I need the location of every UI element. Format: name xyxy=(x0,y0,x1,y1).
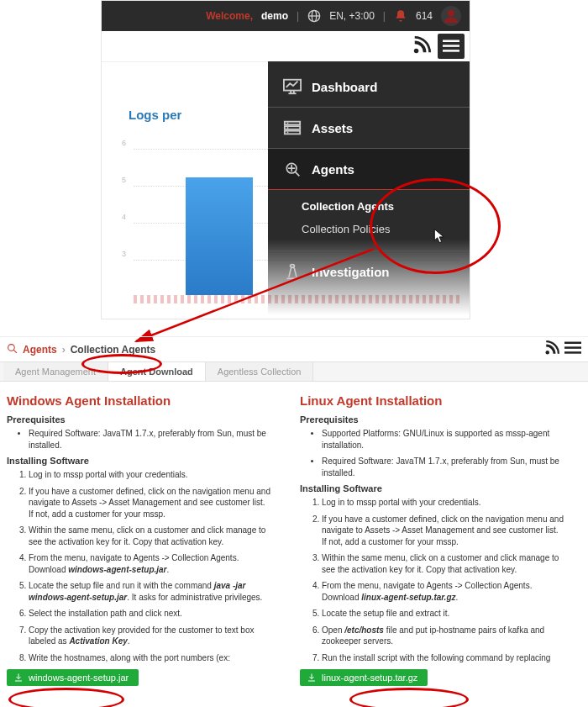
list-item: If you have a customer defined, click on… xyxy=(322,514,564,548)
list-item: From the menu, navigate to Agents -> Col… xyxy=(29,552,271,575)
tab-agentless-collection[interactable]: Agentless Collection xyxy=(206,362,314,381)
windows-steps: Log in to mssp portal with your credenti… xyxy=(7,469,271,664)
windows-scroll[interactable]: Windows Agent Installation Prerequisites… xyxy=(7,390,288,664)
linux-prereq-heading: Prerequisites xyxy=(300,414,564,425)
linux-column: Linux Agent Installation Prerequisites S… xyxy=(300,390,581,686)
windows-title: Windows Agent Installation xyxy=(7,393,271,408)
svg-point-27 xyxy=(546,351,550,355)
svg-point-4 xyxy=(414,48,419,52)
annotation-oval-linux-dl xyxy=(349,688,469,707)
globe-icon[interactable] xyxy=(307,9,321,23)
list-item: Select the installation path and click n… xyxy=(29,608,271,620)
list-item: Within the same menu, click on a custome… xyxy=(322,552,564,575)
windows-prereq-heading: Prerequisites xyxy=(7,414,271,425)
username: demo xyxy=(261,10,288,22)
svg-point-25 xyxy=(8,344,15,351)
svg-rect-29 xyxy=(564,346,581,349)
svg-line-21 xyxy=(295,171,299,176)
linux-scroll[interactable]: Linux Agent Installation Prerequisites S… xyxy=(300,390,581,664)
menu-assets[interactable]: Assets xyxy=(268,108,470,149)
list-item: Required Software: JavaTM 1.7.x, prefera… xyxy=(29,428,271,451)
search-icon[interactable] xyxy=(7,343,18,356)
app-header: Welcome, demo | EN, +3:00 | 614 xyxy=(102,1,470,31)
svg-rect-30 xyxy=(564,351,581,354)
windows-prereq-list: Required Software: JavaTM 1.7.x, prefera… xyxy=(7,428,271,451)
rss-icon[interactable] xyxy=(412,36,431,57)
list-item: Within the same menu, click on a custome… xyxy=(29,525,271,547)
annotation-oval-tab xyxy=(81,354,162,374)
sub-bar xyxy=(102,31,470,62)
list-item: If you have a customer defined, click on… xyxy=(29,486,271,520)
chart-title: Logs per xyxy=(129,108,181,122)
bell-icon[interactable] xyxy=(394,9,407,23)
svg-point-17 xyxy=(287,132,289,134)
list-item: Run the install script with the followin… xyxy=(322,652,564,665)
breadcrumb-root[interactable]: Agents xyxy=(23,344,57,356)
rss-icon[interactable] xyxy=(544,340,559,358)
hamburger-icon[interactable] xyxy=(438,34,465,59)
windows-download-label: windows-agent-setup.jar xyxy=(29,673,129,683)
list-item: Locate the setup file and extract it. xyxy=(322,608,564,620)
svg-point-16 xyxy=(287,127,289,129)
avatar-icon[interactable] xyxy=(441,6,461,26)
annotation-oval-windows-dl xyxy=(8,688,124,707)
svg-rect-7 xyxy=(443,50,459,52)
menu-assets-label: Assets xyxy=(312,121,353,135)
list-item: Supported Platforms: GNU/Linux is suppor… xyxy=(322,428,564,451)
bottom-panel: Agents › Collection Agents Agent Managem… xyxy=(0,336,588,707)
linux-prereq-list: Supported Platforms: GNU/Linux is suppor… xyxy=(300,428,564,478)
svg-rect-28 xyxy=(564,342,581,345)
list-item: Required Software: JavaTM 1.7.x, prefera… xyxy=(322,456,564,478)
windows-install-heading: Installing Software xyxy=(7,456,271,466)
windows-download-button[interactable]: windows-agent-setup.jar xyxy=(7,669,139,686)
windows-column: Windows Agent Installation Prerequisites… xyxy=(7,390,288,686)
svg-line-26 xyxy=(13,350,17,353)
locale-label[interactable]: EN, +3:00 xyxy=(329,10,375,22)
list-item: Open /etc/hosts file and put ip-hostname… xyxy=(322,625,564,647)
list-item: From the menu, navigate to Agents -> Col… xyxy=(322,580,564,603)
svg-point-3 xyxy=(448,10,454,17)
menu-dashboard[interactable]: Dashboard xyxy=(268,66,470,108)
linux-install-heading: Installing Software xyxy=(300,483,564,493)
list-item: Log in to mssp portal with your credenti… xyxy=(322,497,564,509)
svg-point-15 xyxy=(287,123,289,124)
list-item: Log in to mssp portal with your credenti… xyxy=(29,469,271,481)
menu-dashboard-label: Dashboard xyxy=(312,80,377,94)
linux-download-button[interactable]: linux-agent-setup.tar.gz xyxy=(300,669,428,686)
list-item: Locate the setup file and run it with th… xyxy=(29,580,271,603)
linux-title: Linux Agent Installation xyxy=(300,393,564,408)
menu-agents-label: Agents xyxy=(312,162,354,177)
linux-download-label: linux-agent-setup.tar.gz xyxy=(322,673,417,683)
welcome-label: Welcome, xyxy=(206,10,253,22)
svg-line-24 xyxy=(136,249,374,341)
hamburger-icon[interactable] xyxy=(564,341,581,357)
svg-rect-5 xyxy=(443,40,459,43)
list-item: Write the hostnames, along with the port… xyxy=(29,652,271,665)
chevron-icon: › xyxy=(62,344,66,356)
list-item: Copy the activation key provided for the… xyxy=(29,625,271,647)
alert-count[interactable]: 614 xyxy=(416,10,433,22)
linux-steps: Log in to mssp portal with your credenti… xyxy=(300,497,564,664)
svg-rect-6 xyxy=(443,45,459,47)
